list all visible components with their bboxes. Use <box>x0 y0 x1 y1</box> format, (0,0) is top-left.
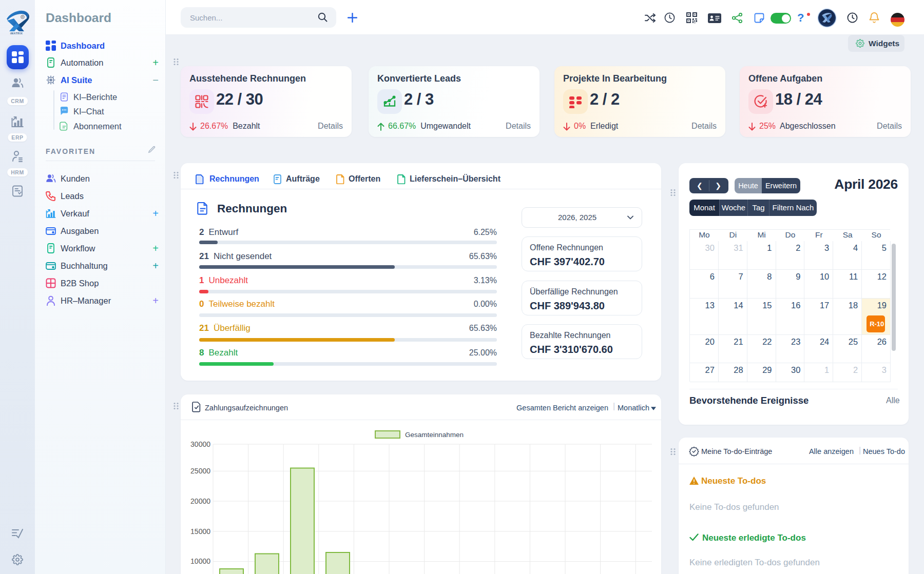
svg-text:20000: 20000 <box>190 497 210 505</box>
svg-text:25000: 25000 <box>190 467 210 475</box>
svg-text:Gesamteinnahmen: Gesamteinnahmen <box>405 431 464 439</box>
svg-text:10000: 10000 <box>190 557 210 565</box>
svg-text:R: R <box>22 15 24 18</box>
svg-text:15000: 15000 <box>190 527 210 536</box>
svg-text:30000: 30000 <box>190 440 210 448</box>
svg-text:iMATRIX: iMATRIX <box>10 32 23 35</box>
